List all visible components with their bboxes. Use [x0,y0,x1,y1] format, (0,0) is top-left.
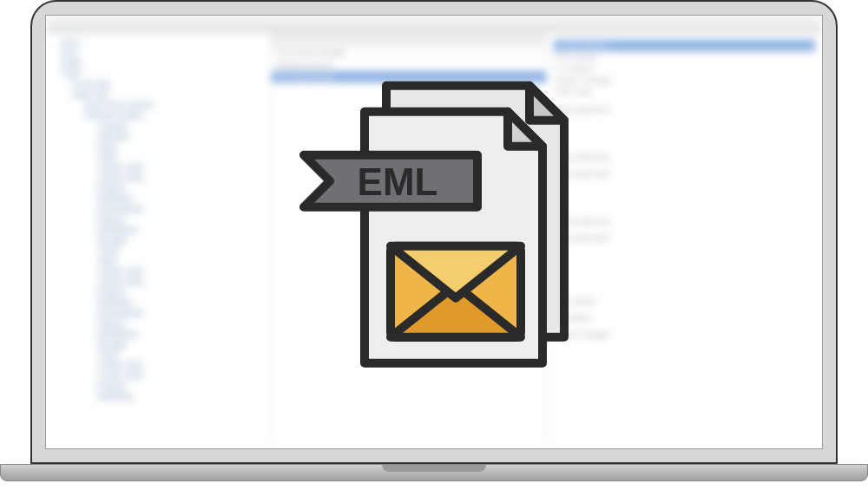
tree-item: Projects [94,183,266,193]
tree-item: Tasks [94,152,266,162]
preview-line: Body content here [554,234,815,242]
preview-line: Body content here [554,106,815,114]
eml-label: EML [358,160,438,202]
tree-item: Import from Outlook [81,100,266,110]
tree-item: Apple Mail [68,89,266,100]
tree-item: Development [94,308,266,318]
tree-item: Tasks [94,256,266,266]
tree-item: Projects [94,287,266,297]
preview-line: Date: today [554,86,815,97]
tree-item: Drafts [57,58,266,69]
preview-line: Subject: message [554,75,815,86]
tree-item: Receipts [94,339,266,350]
laptop-base [0,464,868,481]
envelope-icon [391,245,521,336]
preview-row: Invoice attached [554,40,815,52]
preview-line: Body content here [554,154,815,161]
tree-item: Receipts [94,235,266,245]
laptop-frame: Inbox Sent Drafts Trash On My Mac Apple … [30,0,838,464]
tree-item: Support [94,318,266,329]
preview-line: Body content here [554,170,815,178]
preview-line: Body content here [554,218,815,225]
tree-item: Archive 2019 [94,162,266,173]
tree-item: Sent [57,48,266,58]
tree-item: Trash [57,69,266,79]
tree-item: Archive 2020 [94,370,266,381]
tree-item: Travel [94,350,266,360]
list-header [272,33,546,47]
tree-item: Notes [94,141,266,152]
tree-item: Calendar [94,131,266,141]
preview-panel: Invoice attached From: sender To: recipi… [547,33,822,448]
tree-item: Support [94,214,266,225]
tree-item: Marketing [94,297,266,308]
app-toolbar [46,16,822,33]
tree-item: Development [94,204,266,214]
preview-line: From: sender [554,52,815,63]
folder-sidebar: Inbox Sent Drafts Trash On My Mac Apple … [46,33,272,448]
tree-item: Inbox [57,37,266,48]
tree-item: Projects [94,381,266,391]
tree-item: Archive 2019 [94,360,266,370]
eml-file-icon: EML [286,68,582,383]
tree-item: Archive 2020 [94,173,266,183]
list-row: From sender example [272,47,546,59]
preview-line: To: recipient [554,314,815,322]
tree-item: Marketing [94,193,266,204]
preview-line: Subject: message [554,330,815,338]
tree-item: Newsletters [94,225,266,235]
tree-item: Marketing [94,391,266,402]
tree-item: Travel [94,245,266,256]
preview-line: To: recipient [554,63,815,75]
tree-item: Archive 2019 [94,266,266,277]
tree-item: On My Mac [68,79,266,89]
laptop-screen: Inbox Sent Drafts Trash On My Mac Apple … [45,15,823,449]
tree-item: Newsletters [94,329,266,339]
tree-item: Contacts [94,121,266,131]
tree-item: Personal Folders [81,110,266,121]
tree-item: Archive 2020 [94,277,266,287]
preview-line: From: sender [554,297,815,305]
